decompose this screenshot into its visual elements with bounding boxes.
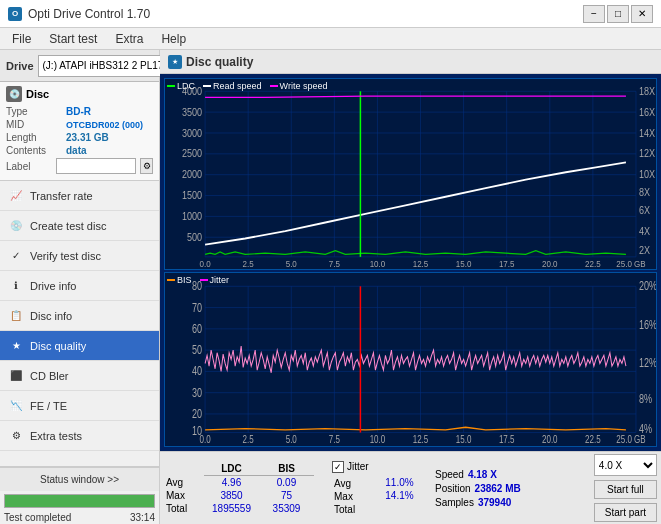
stats-total-label: Total (164, 502, 204, 515)
close-button[interactable]: ✕ (631, 5, 653, 23)
svg-text:70: 70 (192, 300, 202, 314)
svg-text:8X: 8X (639, 186, 650, 198)
create-test-disc-icon: 💿 (8, 218, 24, 234)
chart-header-icon: ★ (168, 55, 182, 69)
jitter-avg-label: Avg (332, 477, 372, 490)
transfer-rate-label: Transfer rate (30, 190, 93, 202)
svg-text:20%: 20% (639, 279, 656, 293)
jitter-total-value (372, 503, 427, 516)
sidebar-item-extra-tests[interactable]: ⚙ Extra tests (0, 421, 159, 451)
app-icon: O (8, 7, 22, 21)
menu-help[interactable]: Help (153, 30, 194, 48)
svg-text:12.5: 12.5 (413, 433, 429, 445)
svg-text:12.5: 12.5 (413, 258, 429, 269)
sidebar-item-fe-te[interactable]: 📉 FE / TE (0, 391, 159, 421)
svg-text:500: 500 (187, 231, 202, 243)
main-layout: Drive (J:) ATAPI iHBS312 2 PL17 ⏏ Speed … (0, 50, 661, 524)
svg-text:60: 60 (192, 322, 202, 336)
disc-header-label: Disc (26, 88, 49, 100)
jitter-avg-value: 11.0% (372, 477, 427, 490)
charts-container: LDC Read speed Write speed (160, 74, 661, 451)
chart-title: Disc quality (186, 55, 253, 69)
speed-row: Speed 4.18 X (435, 469, 555, 480)
svg-text:17.5: 17.5 (499, 258, 515, 269)
ldc-legend-dot (167, 85, 175, 87)
disc-mid-label: MID (6, 119, 66, 130)
speed-selector[interactable]: 4.0 X (594, 454, 657, 476)
sidebar-item-verify-test-disc[interactable]: ✓ Verify test disc (0, 241, 159, 271)
menu-file[interactable]: File (4, 30, 39, 48)
minimize-button[interactable]: − (583, 5, 605, 23)
svg-text:2X: 2X (639, 245, 650, 257)
svg-text:15.0: 15.0 (456, 433, 472, 445)
jitter-label: Jitter (347, 461, 369, 472)
maximize-button[interactable]: □ (607, 5, 629, 23)
svg-text:40: 40 (192, 364, 202, 378)
nav-items: 📈 Transfer rate 💿 Create test disc ✓ Ver… (0, 181, 159, 466)
menu-start-test[interactable]: Start test (41, 30, 105, 48)
progress-bar (4, 494, 155, 508)
start-full-button[interactable]: Start full (594, 480, 657, 499)
legend-jitter: Jitter (200, 275, 230, 285)
stats-header-bis: BIS (259, 462, 314, 476)
bottom-chart: BIS Jitter (164, 272, 657, 447)
stats-table: LDC BIS Avg 4.96 0.09 Max 3850 75 Total … (164, 454, 324, 522)
jitter-header: ✓ Jitter (332, 461, 427, 473)
svg-text:7.5: 7.5 (329, 258, 340, 269)
disc-label-button[interactable]: ⚙ (140, 158, 153, 174)
stats-bis-max: 75 (259, 489, 314, 502)
svg-text:4X: 4X (639, 225, 650, 237)
sidebar-item-transfer-rate[interactable]: 📈 Transfer rate (0, 181, 159, 211)
top-chart: LDC Read speed Write speed (164, 78, 657, 270)
content-area: ★ Disc quality LDC Read speed (160, 50, 661, 524)
disc-info-label: Disc info (30, 310, 72, 322)
transfer-rate-icon: 📈 (8, 188, 24, 204)
disc-length-label: Length (6, 132, 66, 143)
jitter-checkbox[interactable]: ✓ (332, 461, 344, 473)
svg-text:50: 50 (192, 343, 202, 357)
stats-row: LDC BIS Avg 4.96 0.09 Max 3850 75 Total … (160, 451, 661, 524)
create-test-disc-label: Create test disc (30, 220, 106, 232)
samples-row: Samples 379940 (435, 497, 555, 508)
speed-position-section: Speed 4.18 X Position 23862 MB Samples 3… (435, 454, 555, 522)
svg-text:8%: 8% (639, 392, 653, 406)
position-row: Position 23862 MB (435, 483, 555, 494)
disc-label-label: Label (6, 161, 52, 172)
svg-text:1000: 1000 (182, 210, 202, 222)
start-part-button[interactable]: Start part (594, 503, 657, 522)
menubar: File Start test Extra Help (0, 28, 661, 50)
svg-text:5.0: 5.0 (286, 258, 297, 269)
svg-rect-0 (165, 79, 656, 269)
jitter-max-label: Max (332, 490, 372, 503)
extra-tests-icon: ⚙ (8, 428, 24, 444)
svg-text:5.0: 5.0 (286, 433, 297, 445)
drive-row: Drive (J:) ATAPI iHBS312 2 PL17 ⏏ Speed … (0, 50, 159, 82)
drive-label: Drive (6, 60, 34, 72)
disc-type-value: BD-R (66, 106, 91, 117)
legend-bis: BIS (167, 275, 192, 285)
verify-test-disc-label: Verify test disc (30, 250, 101, 262)
disc-header: 💿 Disc (6, 86, 153, 102)
sidebar-item-cd-bler[interactable]: ⬛ CD Bler (0, 361, 159, 391)
sidebar-item-disc-quality[interactable]: ★ Disc quality (0, 331, 159, 361)
sidebar-item-drive-info[interactable]: ℹ Drive info (0, 271, 159, 301)
drive-info-label: Drive info (30, 280, 76, 292)
cd-bler-label: CD Bler (30, 370, 69, 382)
status-window-button[interactable]: Status window >> (0, 467, 159, 491)
svg-text:20.0: 20.0 (542, 433, 558, 445)
disc-panel-icon: 💿 (6, 86, 22, 102)
sidebar-item-disc-info[interactable]: 📋 Disc info (0, 301, 159, 331)
svg-text:17.5: 17.5 (499, 433, 515, 445)
read-speed-legend-dot (203, 85, 211, 87)
disc-label-input[interactable] (56, 158, 136, 174)
controls-section: 4.0 X Start full Start part (594, 454, 657, 522)
svg-text:25.0 GB: 25.0 GB (616, 258, 645, 269)
sidebar: Drive (J:) ATAPI iHBS312 2 PL17 ⏏ Speed … (0, 50, 160, 524)
svg-text:22.5: 22.5 (585, 433, 601, 445)
svg-text:15.0: 15.0 (456, 258, 472, 269)
position-value: 23862 MB (475, 483, 521, 494)
sidebar-item-create-test-disc[interactable]: 💿 Create test disc (0, 211, 159, 241)
status-time: 33:14 (130, 512, 155, 523)
menu-extra[interactable]: Extra (107, 30, 151, 48)
disc-label-field: Label ⚙ (6, 158, 153, 174)
